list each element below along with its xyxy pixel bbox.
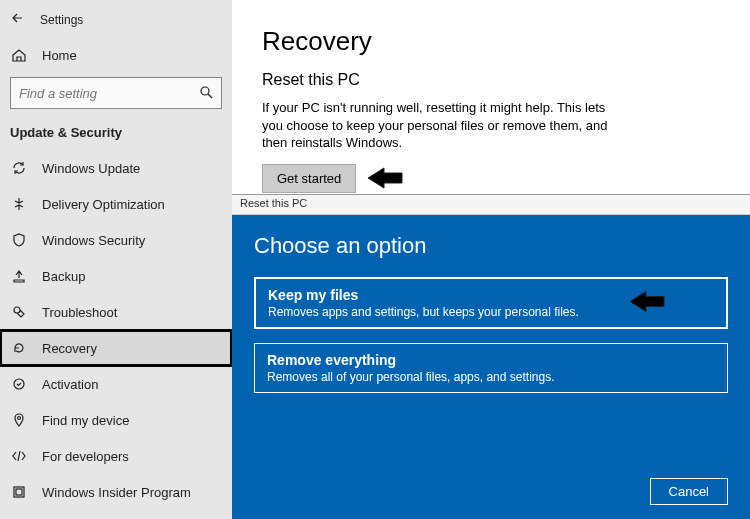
option-description: Removes all of your personal files, apps… [267, 370, 715, 384]
sidebar-item-label: For developers [42, 449, 129, 464]
sidebar-item-backup[interactable]: Backup [0, 258, 232, 294]
recovery-icon [10, 339, 28, 357]
section-description: If your PC isn't running well, resetting… [262, 99, 622, 152]
location-icon [10, 411, 28, 429]
activation-icon [10, 375, 28, 393]
developers-icon [10, 447, 28, 465]
sidebar-item-label: Troubleshoot [42, 305, 117, 320]
svg-point-1 [14, 379, 24, 389]
option-remove-everything[interactable]: Remove everything Removes all of your pe… [254, 343, 728, 393]
sidebar-item-label: Backup [42, 269, 85, 284]
back-icon[interactable] [10, 10, 26, 29]
sidebar-item-label: Windows Security [42, 233, 145, 248]
insider-icon [10, 483, 28, 501]
app-title: Settings [40, 13, 83, 27]
sidebar-item-insider[interactable]: Windows Insider Program [0, 474, 232, 510]
sidebar-item-label: Recovery [42, 341, 97, 356]
sync-icon [10, 159, 28, 177]
search-field[interactable] [19, 86, 179, 101]
sidebar-item-delivery-optimization[interactable]: Delivery Optimization [0, 186, 232, 222]
search-icon [199, 85, 213, 102]
svg-point-0 [201, 87, 209, 95]
sidebar: Settings Home Update & Security Windows … [0, 0, 232, 519]
search-input[interactable] [10, 77, 222, 109]
pointer-arrow-icon [364, 167, 404, 189]
reset-pc-modal: Reset this PC Choose an option Keep my f… [232, 194, 750, 519]
modal-titlebar: Reset this PC [232, 195, 750, 215]
sidebar-section-title: Update & Security [0, 119, 232, 150]
shield-icon [10, 231, 28, 249]
home-icon [10, 46, 28, 64]
sidebar-item-activation[interactable]: Activation [0, 366, 232, 402]
pointer-arrow-icon [626, 291, 666, 316]
sidebar-item-home[interactable]: Home [0, 37, 232, 73]
modal-body: Choose an option Keep my files Removes a… [232, 215, 750, 519]
page-title: Recovery [262, 26, 720, 57]
svg-point-2 [18, 417, 21, 420]
sidebar-item-label: Find my device [42, 413, 129, 428]
delivery-icon [10, 195, 28, 213]
sidebar-item-windows-security[interactable]: Windows Security [0, 222, 232, 258]
option-keep-my-files[interactable]: Keep my files Removes apps and settings,… [254, 277, 728, 329]
sidebar-item-find-my-device[interactable]: Find my device [0, 402, 232, 438]
sidebar-item-label: Activation [42, 377, 98, 392]
sidebar-header: Settings [0, 4, 232, 37]
option-title: Remove everything [267, 352, 715, 368]
sidebar-item-label: Windows Insider Program [42, 485, 191, 500]
sidebar-item-label: Delivery Optimization [42, 197, 165, 212]
svg-rect-4 [16, 489, 22, 495]
sidebar-item-label: Windows Update [42, 161, 140, 176]
sidebar-item-recovery[interactable]: Recovery [0, 330, 232, 366]
sidebar-item-for-developers[interactable]: For developers [0, 438, 232, 474]
sidebar-item-windows-update[interactable]: Windows Update [0, 150, 232, 186]
backup-icon [10, 267, 28, 285]
cancel-button[interactable]: Cancel [650, 478, 728, 505]
troubleshoot-icon [10, 303, 28, 321]
get-started-button[interactable]: Get started [262, 164, 356, 193]
sidebar-item-label: Home [42, 48, 77, 63]
section-subhead: Reset this PC [262, 71, 720, 89]
sidebar-item-troubleshoot[interactable]: Troubleshoot [0, 294, 232, 330]
modal-heading: Choose an option [254, 233, 728, 259]
